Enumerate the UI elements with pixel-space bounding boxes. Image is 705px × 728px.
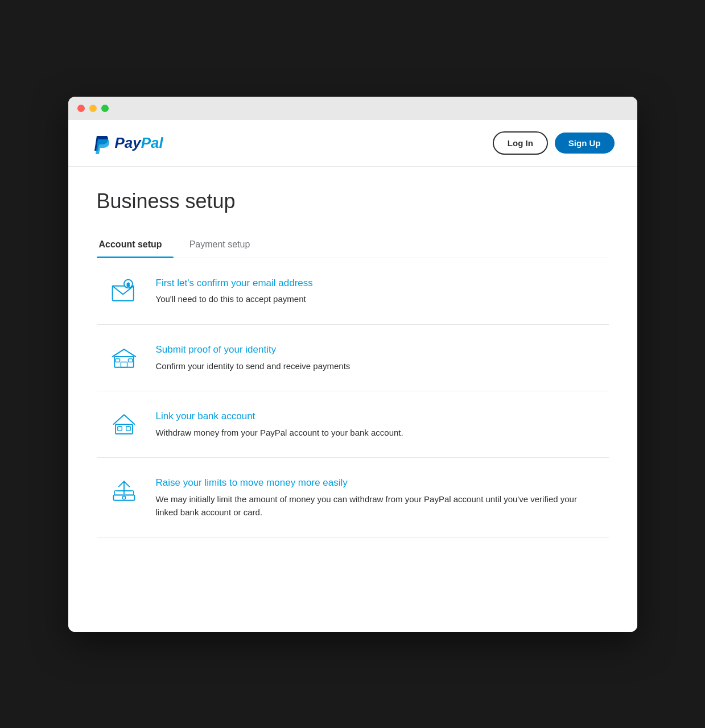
setup-item-text-confirm-email: First let's confirm your email address Y… bbox=[156, 276, 597, 306]
svg-rect-8 bbox=[116, 424, 133, 434]
svg-rect-7 bbox=[128, 359, 132, 362]
setup-item-link-bank[interactable]: Link your bank account Withdraw money fr… bbox=[97, 391, 609, 458]
svg-text:$: $ bbox=[126, 282, 130, 287]
setup-item-title-submit-identity: Submit proof of your identity bbox=[156, 343, 597, 357]
email-icon: $ bbox=[108, 276, 140, 306]
nav-buttons: Log In Sign Up bbox=[493, 131, 615, 155]
login-button[interactable]: Log In bbox=[493, 131, 548, 155]
signup-button[interactable]: Sign Up bbox=[555, 133, 615, 154]
traffic-light-yellow[interactable] bbox=[89, 105, 97, 112]
setup-item-confirm-email[interactable]: $ First let's confirm your email address… bbox=[97, 258, 609, 325]
svg-rect-10 bbox=[126, 427, 130, 431]
traffic-light-red[interactable] bbox=[77, 105, 85, 112]
setup-list: $ First let's confirm your email address… bbox=[97, 258, 609, 538]
browser-chrome bbox=[68, 97, 637, 120]
tabs: Account setup Payment setup bbox=[97, 231, 609, 258]
svg-rect-6 bbox=[116, 359, 119, 362]
traffic-light-green[interactable] bbox=[101, 105, 109, 112]
setup-item-title-raise-limits: Raise your limits to move money more eas… bbox=[156, 476, 597, 490]
setup-item-desc-submit-identity: Confirm your identity to send and receiv… bbox=[156, 360, 597, 373]
bank-icon bbox=[108, 410, 140, 439]
svg-rect-5 bbox=[121, 362, 127, 367]
nav-header: PayPal Log In Sign Up bbox=[68, 120, 637, 167]
page-title: Business setup bbox=[97, 189, 609, 213]
setup-item-desc-link-bank: Withdraw money from your PayPal account … bbox=[156, 427, 597, 440]
svg-point-12 bbox=[122, 497, 126, 500]
tab-payment-setup[interactable]: Payment setup bbox=[187, 231, 262, 258]
setup-item-text-raise-limits: Raise your limits to move money more eas… bbox=[156, 476, 597, 519]
setup-item-title-confirm-email: First let's confirm your email address bbox=[156, 276, 597, 290]
store-icon bbox=[108, 343, 140, 373]
page-content: PayPal Log In Sign Up Business setup Acc… bbox=[68, 120, 637, 632]
logo-area: PayPal bbox=[91, 131, 163, 154]
browser-window: PayPal Log In Sign Up Business setup Acc… bbox=[68, 97, 637, 632]
setup-item-submit-identity[interactable]: Submit proof of your identity Confirm yo… bbox=[97, 325, 609, 391]
pal-part: Pal bbox=[141, 134, 163, 151]
paypal-logo-text: PayPal bbox=[115, 134, 163, 152]
upload-icon bbox=[108, 476, 140, 506]
main-content: Business setup Account setup Payment set… bbox=[68, 167, 637, 561]
setup-item-text-link-bank: Link your bank account Withdraw money fr… bbox=[156, 410, 597, 439]
pay-part: Pay bbox=[115, 134, 141, 151]
svg-rect-9 bbox=[117, 427, 121, 431]
tab-account-setup[interactable]: Account setup bbox=[97, 231, 174, 258]
paypal-p-icon bbox=[91, 131, 110, 154]
setup-item-text-submit-identity: Submit proof of your identity Confirm yo… bbox=[156, 343, 597, 373]
setup-item-raise-limits[interactable]: Raise your limits to move money more eas… bbox=[97, 458, 609, 537]
setup-item-desc-raise-limits: We may initially limit the amount of mon… bbox=[156, 493, 597, 519]
setup-item-desc-confirm-email: You'll need to do this to accept payment bbox=[156, 293, 597, 306]
setup-item-title-link-bank: Link your bank account bbox=[156, 410, 597, 423]
